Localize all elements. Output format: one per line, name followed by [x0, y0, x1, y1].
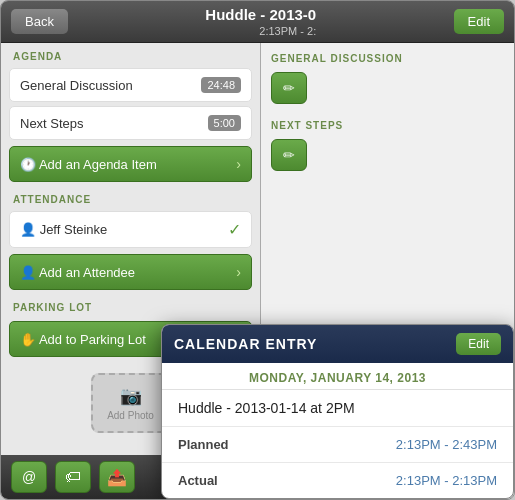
hand-icon: ✋	[20, 332, 36, 347]
chevron-right-icon: ›	[236, 156, 241, 172]
clock-icon: 🕐	[20, 157, 36, 172]
agenda-item-badge: 5:00	[208, 115, 241, 131]
popup-title: Calendar Entry	[174, 336, 317, 352]
person-add-icon: 👤	[20, 265, 36, 280]
add-agenda-label: Add an Agenda Item	[39, 157, 157, 172]
popup-planned-value: 2:13PM - 2:43PM	[396, 437, 497, 452]
email-icon: @	[22, 469, 36, 485]
popup-actual-label: Actual	[178, 473, 218, 488]
header-title-text: Huddle - 2013-0	[205, 5, 316, 25]
popup-header: Calendar Entry Edit	[162, 325, 513, 363]
chevron-right-icon: ›	[236, 264, 241, 280]
popup-date: Monday, January 14, 2013	[162, 363, 513, 390]
attendee-item-jeff[interactable]: 👤 Jeff Steinke ✓	[9, 211, 252, 248]
popup-edit-button[interactable]: Edit	[456, 333, 501, 355]
popup-actual-value: 2:13PM - 2:13PM	[396, 473, 497, 488]
popup-planned-row: Planned 2:13PM - 2:43PM	[162, 427, 513, 463]
general-discussion-edit-button[interactable]: ✏	[271, 72, 307, 104]
add-attendee-button[interactable]: 👤 Add an Attendee ›	[9, 254, 252, 290]
add-photo-label: Add Photo	[107, 410, 154, 421]
popup-planned-label: Planned	[178, 437, 229, 452]
agenda-item-general-discussion[interactable]: General Discussion 24:48	[9, 68, 252, 102]
add-photo-button[interactable]: 📷 Add Photo	[91, 373, 171, 433]
header-edit-button[interactable]: Edit	[454, 9, 504, 34]
parking-lot-section-header: Parking Lot	[1, 294, 260, 317]
pencil-icon: ✏	[283, 147, 295, 163]
agenda-section-header: Agenda	[1, 43, 260, 66]
add-parking-label: Add to Parking Lot	[39, 332, 146, 347]
pencil-icon: ✏	[283, 80, 295, 96]
tag-button[interactable]: 🏷	[55, 461, 91, 493]
tag-icon: 🏷	[65, 468, 81, 486]
add-agenda-item-button[interactable]: 🕐 Add an Agenda Item ›	[9, 146, 252, 182]
share-button[interactable]: 📤	[99, 461, 135, 493]
agenda-item-next-steps[interactable]: Next Steps 5:00	[9, 106, 252, 140]
share-icon: 📤	[107, 468, 127, 487]
header-title: Huddle - 2013-0 2:13PM - 2:	[205, 5, 316, 39]
agenda-item-label: Next Steps	[20, 116, 84, 131]
main-container: Back Huddle - 2013-0 2:13PM - 2: Edit Ag…	[0, 0, 515, 500]
calendar-popup: Calendar Entry Edit Monday, January 14, …	[161, 324, 514, 499]
next-steps-edit-button[interactable]: ✏	[271, 139, 307, 171]
attendee-name: Jeff Steinke	[40, 222, 108, 237]
check-icon: ✓	[228, 220, 241, 239]
attendance-section-header: Attendance	[1, 186, 260, 209]
right-general-discussion-header: General Discussion	[271, 53, 504, 64]
add-attendee-label: Add an Attendee	[39, 265, 135, 280]
person-icon: 👤	[20, 222, 36, 237]
popup-event-title-row: Huddle - 2013-01-14 at 2PM	[162, 390, 513, 427]
agenda-item-label: General Discussion	[20, 78, 133, 93]
back-button[interactable]: Back	[11, 9, 68, 34]
email-button[interactable]: @	[11, 461, 47, 493]
header-subtitle: 2:13PM - 2:	[205, 24, 316, 38]
agenda-item-badge: 24:48	[201, 77, 241, 93]
header: Back Huddle - 2013-0 2:13PM - 2: Edit	[1, 1, 514, 43]
popup-actual-row: Actual 2:13PM - 2:13PM	[162, 463, 513, 498]
camera-icon: 📷	[120, 385, 142, 407]
right-next-steps-header: Next Steps	[271, 120, 504, 131]
popup-event-title: Huddle - 2013-01-14 at 2PM	[178, 400, 355, 416]
